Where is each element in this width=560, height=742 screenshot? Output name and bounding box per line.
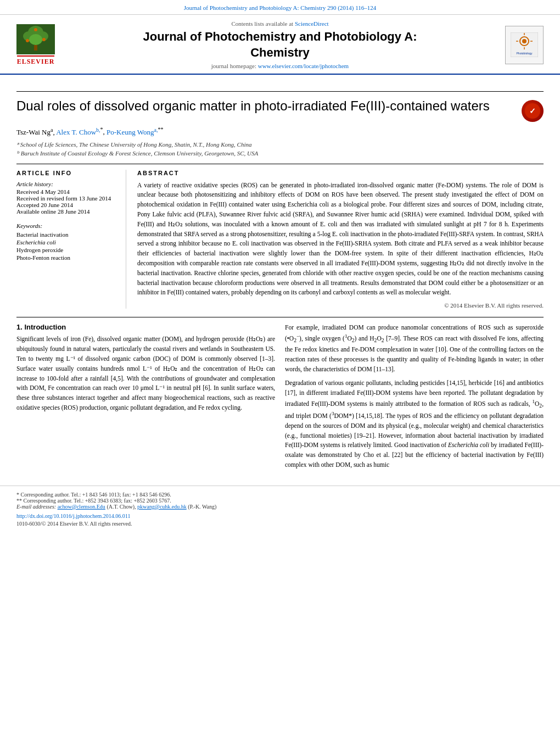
article-info-col: ARTICLE INFO Article history: Received 4… <box>16 170 126 309</box>
license-line: 1010-6030/© 2014 Elsevier B.V. All right… <box>16 521 544 527</box>
homepage-text: journal homepage: <box>211 63 256 69</box>
title-text: Dual roles of dissolved organic matter i… <box>16 97 513 120</box>
body-rule <box>16 317 544 317</box>
photochem-logo-icon: Photobiology <box>511 32 538 57</box>
keyword-1: Bacterial inactivation <box>16 231 117 238</box>
svg-point-8 <box>34 28 37 31</box>
contents-line: Contents lists available at ScienceDirec… <box>60 20 500 27</box>
page: Journal of Photochemistry and Photobiolo… <box>0 0 560 742</box>
body-col-left: 1. Introduction Significant levels of ir… <box>16 323 275 475</box>
author-chow: Alex T. Chowb, <box>56 128 100 136</box>
footnotes: * Corresponding author. Tel.: +1 843 546… <box>16 492 544 510</box>
doi-link[interactable]: http://dx.doi.org/10.1016/j.jphotochem.2… <box>16 513 131 519</box>
section1-right-para2: Degradation of various organic pollutant… <box>285 378 544 470</box>
crossmark-icon: ✓ <box>524 103 541 119</box>
abstract-col: ABSTRACT A variety of reactive oxidative… <box>137 170 544 309</box>
email-label: E-mail addresses: <box>16 504 58 510</box>
footnote-star1: * Corresponding author. Tel.: +1 843 546… <box>16 492 544 498</box>
email-wong[interactable]: pkwang@cuhk.edu.hk <box>137 504 187 510</box>
affiliations: ᵃ School of Life Sciences, The Chinese U… <box>16 140 544 158</box>
homepage-line: journal homepage: www.elsevier.com/locat… <box>60 63 500 69</box>
affiliation-a: ᵃ School of Life Sciences, The Chinese U… <box>16 141 252 148</box>
revised-date: Received in revised form 13 June 2014 <box>16 195 117 202</box>
article-history-section: Article history: Received 4 May 2014 Rec… <box>16 181 117 215</box>
keywords-label: Keywords: <box>16 222 42 229</box>
affiliation-b: ᵇ Baruch Institute of Coastal Ecology & … <box>16 150 258 157</box>
contents-text: Contents lists available at <box>231 20 293 27</box>
elsevier-tree-icon <box>16 24 55 54</box>
article-title-section: Dual roles of dissolved organic matter i… <box>16 97 544 122</box>
svg-text:✓: ✓ <box>529 107 536 115</box>
keywords-section: Keywords: Bacterial inactivation Escheri… <box>16 221 117 261</box>
body-col-right: For example, irradiated DOM can produce … <box>285 323 544 475</box>
elsevier-logo: ELSEVIER <box>11 24 60 66</box>
svg-point-6 <box>26 39 29 42</box>
keyword-4: Photo-Fenton reaction <box>16 254 117 261</box>
section1-left-para: Significant levels of iron (Fe), dissolv… <box>16 334 275 413</box>
section1-right-para: For example, irradiated DOM can produce … <box>285 323 544 374</box>
page-footer: * Corresponding author. Tel.: +1 843 546… <box>0 486 560 531</box>
email-chow-name: (A.T. Chow), <box>107 504 137 510</box>
keyword-3: Hydrogen peroxide <box>16 247 117 253</box>
journal-title: Journal of Photochemistry and Photobiolo… <box>60 29 500 60</box>
doi-line: http://dx.doi.org/10.1016/j.jphotochem.2… <box>16 513 544 519</box>
authors-line: Tsz-Wai Nga, Alex T. Chowb,*, Po-Keung W… <box>16 126 544 136</box>
top-bar: Journal of Photochemistry and Photobiolo… <box>0 0 560 15</box>
available-date: Available online 28 June 2014 <box>16 208 117 215</box>
received-date: Received 4 May 2014 <box>16 188 117 195</box>
homepage-link[interactable]: www.elsevier.com/locate/jphotochem <box>258 63 349 69</box>
accepted-date: Accepted 20 June 2014 <box>16 202 117 208</box>
author-ng: Tsz-Wai Nga, <box>16 128 56 136</box>
section1-heading: 1. Introduction <box>16 323 275 331</box>
svg-text:Photobiology: Photobiology <box>517 52 533 55</box>
article-content: Dual roles of dissolved organic matter i… <box>0 75 560 486</box>
footnote-star2: ** Corresponding author. Tel.: +852 3943… <box>16 498 544 504</box>
article-info-heading: ARTICLE INFO <box>16 170 117 176</box>
journal-title-center: Contents lists available at ScienceDirec… <box>60 20 500 69</box>
article-info-abstract: ARTICLE INFO Article history: Received 4… <box>16 170 544 309</box>
svg-rect-5 <box>34 45 37 51</box>
article-title: Dual roles of dissolved organic matter i… <box>16 97 513 114</box>
body-content: 1. Introduction Significant levels of ir… <box>16 323 544 475</box>
sciencedirect-link[interactable]: ScienceDirect <box>295 20 329 27</box>
journal-ref-link[interactable]: Journal of Photochemistry and Photobiolo… <box>184 4 377 11</box>
elsevier-text: ELSEVIER <box>17 55 55 66</box>
svg-point-11 <box>522 39 527 43</box>
journal-header: ELSEVIER Contents lists available at Sci… <box>0 15 560 75</box>
svg-point-7 <box>42 38 46 41</box>
footnote-email: E-mail addresses: achow@clemson.Edu (A.T… <box>16 504 544 510</box>
email-wong-name: (P.-K. Wang) <box>188 504 216 510</box>
copyright-line: © 2014 Elsevier B.V. All rights reserved… <box>137 302 544 309</box>
journal-logo-box: Photobiology <box>505 26 544 64</box>
abstract-text: A variety of reactive oxidative species … <box>137 181 544 298</box>
crossmark-badge[interactable]: ✓ <box>522 100 544 122</box>
history-label: Article history: <box>16 181 117 187</box>
svg-point-4 <box>29 34 42 45</box>
abstract-heading: ABSTRACT <box>137 170 544 176</box>
journal-logo-right: Photobiology <box>500 26 549 64</box>
email-chow[interactable]: achow@clemson.Edu <box>58 504 105 510</box>
info-rule <box>16 164 544 164</box>
author-wong: Po-Keung Wonga, <box>107 128 158 136</box>
header-rule <box>16 91 544 92</box>
keyword-2: Escherichia coli <box>16 239 117 246</box>
